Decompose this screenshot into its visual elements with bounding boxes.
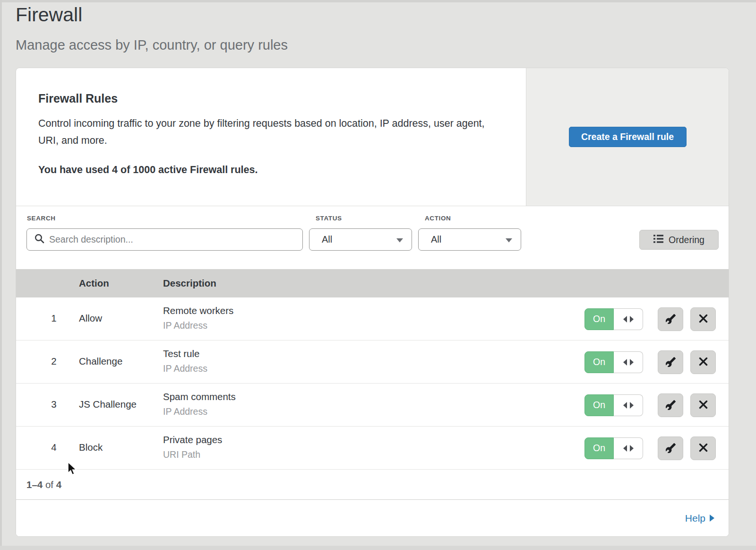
close-icon [699,400,708,410]
rule-priority: 3 [47,399,61,410]
rule-controls: On [584,384,716,427]
rule-controls: On [584,427,716,470]
action-label: ACTION [425,215,451,222]
window-edge-left [0,0,2,550]
panel-footer: Help [16,499,729,537]
rule-priority: 1 [47,313,61,324]
rule-match-type: IP Address [163,406,207,417]
rule-enabled-toggle[interactable]: On [584,308,643,330]
firewall-rules-panel: Firewall Rules Control incoming traffic … [16,68,729,537]
delete-rule-button[interactable] [690,437,716,460]
edit-rule-button[interactable] [658,437,683,460]
ordering-button[interactable]: Ordering [639,230,719,250]
page-title: Firewall [16,4,82,26]
rule-description: Spam comments [163,391,236,402]
close-icon [699,314,708,324]
wrench-icon [665,357,676,367]
delete-rule-button[interactable] [690,307,716,331]
action-select[interactable]: All [418,228,521,251]
table-row: 4 Block Private pages URI Path On [16,427,729,470]
toggle-on-label: On [584,308,614,330]
rule-enabled-toggle[interactable]: On [584,351,643,373]
toggle-on-label: On [584,351,614,373]
rules-summary-text: Firewall Rules Control incoming traffic … [16,68,526,206]
window-edge-top [0,0,756,2]
pagination-of: of [45,479,53,490]
rule-action: JS Challenge [79,399,137,410]
rules-table-body: 1 Allow Remote workers IP Address On [16,297,729,470]
arrow-right-icon [710,513,714,524]
help-link[interactable]: Help [685,513,714,524]
window-edge-bottom [0,546,756,550]
rules-summary-section: Firewall Rules Control incoming traffic … [16,68,729,206]
toggle-on-label: On [584,394,614,416]
rules-card-description: Control incoming traffic to your zone by… [38,115,485,149]
ordered-list-icon [653,235,663,245]
column-header-action: Action [79,269,109,297]
rule-priority: 2 [47,356,61,367]
wrench-icon [665,314,676,324]
column-header-description: Description [163,269,216,297]
rule-match-type: URI Path [163,449,200,460]
rule-priority: 4 [47,442,61,453]
wrench-icon [665,443,676,454]
rule-action: Allow [79,313,102,324]
rule-match-type: IP Address [163,320,207,331]
toggle-handle-icon [614,437,643,459]
status-select[interactable]: All [309,228,412,251]
table-row: 2 Challenge Test rule IP Address On [16,340,729,384]
rule-match-type: IP Address [163,363,207,374]
delete-rule-button[interactable] [690,393,716,417]
filter-bar: SEARCH STATUS All ACTION All [16,206,729,269]
rule-enabled-toggle[interactable]: On [584,394,643,416]
close-icon [699,443,708,454]
table-header: Action Description [16,269,729,297]
delete-rule-button[interactable] [690,350,716,374]
search-field [26,228,303,251]
search-label: SEARCH [27,215,56,222]
rule-action: Challenge [79,356,122,367]
rule-description: Test rule [163,348,199,359]
status-label: STATUS [316,215,342,222]
action-select-value: All [431,234,441,245]
help-link-label: Help [685,513,705,524]
status-select-value: All [322,234,332,245]
rule-controls: On [584,297,716,340]
toggle-handle-icon [614,394,643,416]
ordering-button-label: Ordering [669,235,704,245]
rule-controls: On [584,340,716,384]
pagination-total: 4 [56,479,61,490]
table-row: 1 Allow Remote workers IP Address On [16,297,729,340]
rules-usage-text: You have used 4 of 1000 active Firewall … [38,164,526,176]
toggle-handle-icon [614,308,643,330]
rule-description: Private pages [163,434,222,445]
table-row: 3 JS Challenge Spam comments IP Address … [16,384,729,427]
edit-rule-button[interactable] [658,350,683,374]
create-rule-area: Create a Firewall rule [526,68,729,206]
pagination-range: 1–4 [26,479,43,490]
page-subtitle: Manage access by IP, country, or query r… [16,37,288,53]
toggle-handle-icon [614,351,643,373]
rule-description: Remote workers [163,305,233,316]
search-input[interactable] [49,234,285,245]
close-icon [699,357,708,367]
firewall-page: Firewall Manage access by IP, country, o… [0,0,756,550]
search-icon [34,234,44,245]
rules-card-title: Firewall Rules [38,92,526,105]
create-firewall-rule-button[interactable]: Create a Firewall rule [569,127,687,147]
edit-rule-button[interactable] [658,393,683,417]
pagination-status: 1–4 of 4 [16,470,729,499]
chevron-down-icon [506,234,512,245]
chevron-down-icon [396,234,403,245]
wrench-icon [665,400,676,410]
rule-enabled-toggle[interactable]: On [584,437,643,459]
edit-rule-button[interactable] [658,307,683,331]
toggle-on-label: On [584,437,614,459]
rule-action: Block [79,442,103,453]
